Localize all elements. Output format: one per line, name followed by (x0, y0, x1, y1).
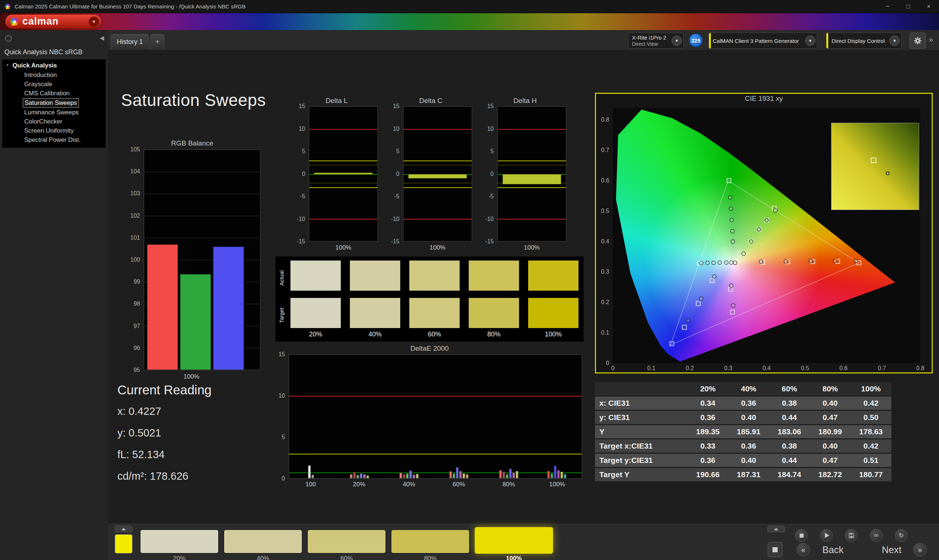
deltae-bar (499, 470, 502, 478)
delta-l-chart: Delta L -15-10-5051015 100% (293, 96, 379, 254)
meter-dropdown-button[interactable]: ▼ (672, 35, 682, 46)
stop-button[interactable] (795, 529, 808, 542)
table-cell: 0.34 (688, 397, 728, 410)
display-control-dropdown[interactable]: Direct Display Control ▼ (826, 32, 902, 49)
y-tick-label: 102 (130, 212, 140, 219)
yellow-reference-line (309, 187, 378, 188)
x-tick-label: 40% (403, 481, 415, 488)
deltae-bar (399, 473, 402, 478)
settings-button[interactable] (910, 32, 926, 49)
inset-target-marker (871, 158, 876, 163)
current-reading-value-1: y: 0.5021 (117, 427, 264, 439)
sidebar-item-saturation-sweeps[interactable]: Saturation Sweeps (23, 98, 79, 108)
session-indicator-icon[interactable] (5, 35, 12, 42)
target-swatch-20 (290, 298, 341, 328)
deltae-bar (413, 475, 415, 478)
table-cell: 0.33 (688, 439, 728, 452)
yellow-reference-line (404, 187, 472, 188)
sidebar-item-luminance-sweeps[interactable]: Luminance Sweeps (23, 108, 80, 117)
y-tick-label: 0 (302, 171, 305, 177)
saturation-level-button-100[interactable] (475, 527, 553, 554)
y-tick-label: 99 (134, 278, 140, 285)
gridline (144, 194, 260, 194)
sidebar-item-colorchecker[interactable]: ColorChecker (23, 117, 64, 126)
expand-controls-button[interactable] (767, 526, 785, 532)
chevron-down-icon: ▼ (92, 20, 96, 24)
saturation-level-label: 80% (391, 555, 470, 560)
deltae-xlabels: 10020%40%60%80%100% (289, 481, 582, 488)
sidebar-collapse-button[interactable]: ◀ (100, 34, 104, 42)
chevron-right-icon: » (918, 546, 922, 554)
deltae-bar (512, 472, 515, 478)
table-column-header: 100% (851, 382, 891, 395)
y-tick-label: -15 (391, 238, 399, 245)
dimyellow-reference-line (404, 183, 472, 183)
tab-history-1[interactable]: History 1 (111, 34, 149, 49)
table-row-target-x-cie31: Target x:CIE310.330.360.380.400.42 (595, 439, 891, 452)
sidebar-item-grayscale[interactable]: Grayscale (23, 80, 54, 89)
tree-expander-icon[interactable]: ▼ (6, 63, 9, 67)
meter-dropdown[interactable]: X-Rite i1Pro 2 Direct View ▼ (628, 32, 684, 49)
x-tick-label: 0.5 (801, 365, 809, 372)
delta-h-ylabels: -15-10-5051015 (482, 106, 496, 242)
minimize-button[interactable]: − (877, 0, 898, 13)
saturation-level-button-40[interactable] (224, 529, 302, 554)
y-tick-label: -5 (489, 193, 494, 200)
save-icon (848, 532, 855, 539)
target-swatch-100 (528, 298, 579, 328)
sidebar-item-spectral-power-dist[interactable]: Spectral Power Dist. (23, 135, 82, 145)
saturation-level-button-60[interactable] (307, 529, 386, 554)
continuous-measure-button[interactable]: ∞ (870, 529, 882, 542)
sidebar-item-cms-calibration[interactable]: CMS Calibration (23, 89, 71, 98)
table-row-target-y-cie31: Target y:CIE310.360.400.440.470.51 (595, 454, 891, 467)
target-marker (738, 252, 742, 256)
maximize-button[interactable]: □ (898, 0, 919, 13)
refresh-button[interactable]: ↻ (895, 529, 907, 542)
back-button[interactable]: Back (822, 544, 843, 555)
saturation-level-button-20[interactable] (140, 529, 219, 554)
y-tick-label: 0.3 (601, 269, 609, 275)
back-chevron-button[interactable]: « (797, 543, 810, 556)
gridline (144, 238, 260, 238)
pattern-dropdown-button[interactable]: ▼ (805, 35, 816, 46)
swatch-column-label: 40% (350, 331, 401, 338)
add-tab-button[interactable]: + (150, 34, 164, 49)
y-tick-label: 0 (396, 171, 399, 177)
next-chevron-button[interactable]: » (913, 543, 927, 556)
expand-panel-button[interactable] (115, 526, 133, 532)
stop-icon (800, 534, 804, 538)
table-cell: 0.40 (728, 454, 769, 467)
cie-1931-chart[interactable]: CIE 1931 xy 00.10.20.30.40.50.60.70.8 00… (595, 93, 933, 374)
plus-icon: + (155, 38, 160, 46)
y-tick-label: 0.6 (601, 177, 609, 184)
close-button[interactable]: × (919, 0, 939, 13)
y-tick-label: 5 (396, 148, 399, 155)
deltae-bar (353, 472, 356, 478)
sidebar-item-screen-uniformity[interactable]: Screen Uniformity (23, 126, 75, 135)
current-color-chip[interactable] (115, 534, 133, 554)
sidebar-item-quick-analysis-root[interactable]: ▼ Quick Analysis (2, 61, 106, 70)
play-button[interactable] (820, 529, 833, 542)
chart-title: Delta L (293, 97, 379, 105)
save-button[interactable] (845, 529, 857, 542)
cie-ylabels: 00.10.20.30.40.50.60.70.8 (598, 108, 611, 363)
chevron-down-icon: ▼ (808, 39, 813, 43)
pattern-generator-dropdown[interactable]: CalMAN Client 3 Pattern Generator ▼ (709, 32, 817, 49)
measured-marker (718, 261, 722, 264)
calman-logo-button[interactable]: calman ▼ (5, 15, 101, 29)
saturation-level-button-80[interactable] (391, 529, 470, 554)
toolbar-overflow-button[interactable]: » (929, 35, 933, 45)
sidebar-item-introduction[interactable]: Introduction (23, 71, 58, 80)
target-marker (730, 310, 734, 314)
table-row-label: Target x:CIE31 (595, 439, 688, 452)
x-axis-label: 100% (497, 244, 566, 251)
gridline (144, 172, 260, 172)
measured-marker (728, 196, 732, 199)
display-dropdown-button[interactable]: ▼ (890, 35, 900, 46)
y-tick-label: 0.2 (601, 299, 609, 306)
stop-pattern-button[interactable] (768, 542, 782, 557)
next-button[interactable]: Next (882, 544, 901, 555)
x-axis-label: 100% (309, 244, 378, 251)
y-tick-label: 103 (130, 190, 140, 197)
logo-menu-button[interactable]: ▼ (89, 17, 99, 27)
